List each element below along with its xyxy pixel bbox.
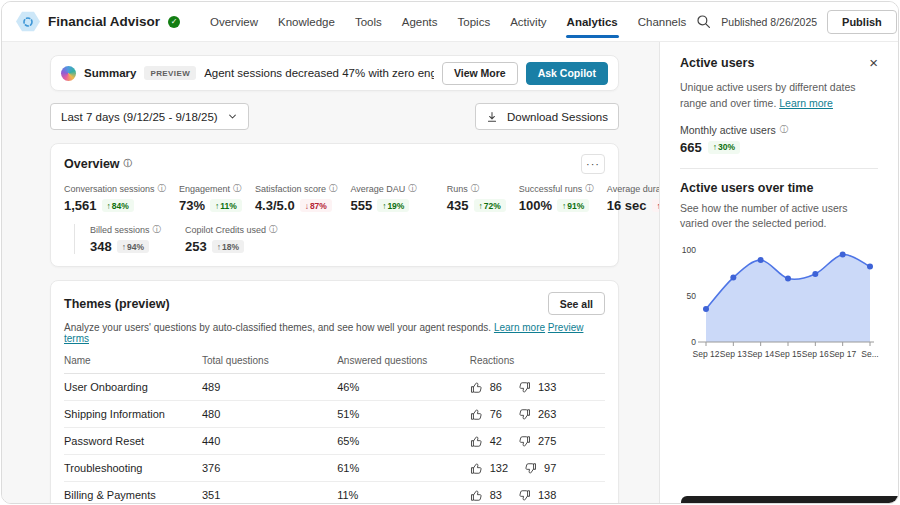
summary-banner: Summary PREVIEW Agent sessions decreased… bbox=[50, 55, 619, 91]
nav-tab-overview[interactable]: Overview bbox=[200, 2, 268, 42]
metric-engagement: Engagement ⓘ 73% ↑11% bbox=[179, 183, 242, 213]
metric-delta-badge: ↑11% bbox=[210, 199, 242, 212]
metric-delta-badge: ↑47% bbox=[652, 199, 659, 212]
theme-total-questions: 351 bbox=[202, 489, 337, 501]
panel-description: Unique active users by different dates r… bbox=[680, 80, 878, 112]
thumbs-down-icon bbox=[518, 381, 531, 394]
likes-count: 76 bbox=[490, 408, 502, 420]
thumbs-down-icon bbox=[518, 408, 531, 421]
themes-table-body: User Onboarding 489 46% 86 133 Shipping … bbox=[64, 374, 605, 503]
theme-reactions: 76 263 bbox=[470, 408, 605, 421]
metric-successful-runs: Successful runs ⓘ 100% ↑91% bbox=[519, 183, 594, 213]
likes-count: 132 bbox=[490, 462, 508, 474]
column-header-total-questions: Total questions bbox=[202, 355, 337, 366]
top-nav: OverviewKnowledgeToolsAgentsTopicsActivi… bbox=[200, 2, 696, 42]
metric-average-dau: Average DAU ⓘ 555 ↑19% bbox=[350, 183, 416, 213]
theme-reactions: 42 275 bbox=[470, 435, 605, 448]
metric-label: Engagement bbox=[179, 184, 230, 194]
theme-name: Billing & Payments bbox=[64, 489, 202, 501]
metric-average-duration: Average duration ⓘ 16 sec ↑47% bbox=[607, 183, 659, 213]
ask-copilot-button[interactable]: Ask Copilot bbox=[526, 62, 608, 85]
metric-label: Average DAU bbox=[350, 184, 405, 194]
svg-text:Sep 15: Sep 15 bbox=[775, 349, 802, 359]
svg-text:Sep 13: Sep 13 bbox=[720, 349, 747, 359]
download-sessions-button[interactable]: Download Sessions bbox=[475, 103, 619, 130]
nav-tab-knowledge[interactable]: Knowledge bbox=[268, 2, 345, 42]
svg-text:Sep 16: Sep 16 bbox=[802, 349, 829, 359]
themes-card: Themes (preview) See all Analyze your us… bbox=[50, 280, 619, 503]
search-icon[interactable] bbox=[696, 14, 711, 29]
info-icon[interactable]: ⓘ bbox=[329, 183, 338, 195]
topbar: Financial Advisor ✓ OverviewKnowledgeToo… bbox=[2, 2, 898, 42]
date-range-dropdown[interactable]: Last 7 days (9/12/25 - 9/18/25) bbox=[50, 103, 249, 130]
dislikes-count: 138 bbox=[538, 489, 556, 501]
thumbs-up-icon bbox=[470, 435, 483, 448]
filter-row: Last 7 days (9/12/25 - 9/18/25) Download… bbox=[50, 103, 619, 130]
info-icon[interactable]: ⓘ bbox=[780, 124, 789, 136]
dislikes-count: 263 bbox=[538, 408, 556, 420]
theme-reactions: 83 138 bbox=[470, 489, 605, 502]
metric-delta-badge: ↑19% bbox=[377, 199, 409, 212]
svg-text:50: 50 bbox=[687, 291, 697, 301]
view-more-button[interactable]: View More bbox=[442, 62, 518, 85]
thumbs-down-icon bbox=[524, 462, 537, 475]
panel-learn-more-link[interactable]: Learn more bbox=[779, 97, 833, 109]
chart-section-description: See how the number of active users varie… bbox=[680, 201, 878, 233]
info-icon[interactable]: ⓘ bbox=[158, 183, 167, 195]
svg-text:100: 100 bbox=[682, 245, 696, 255]
theme-answered-questions: 11% bbox=[337, 489, 470, 501]
chart-section-title: Active users over time bbox=[680, 181, 878, 195]
metric-delta-badge: ↑18% bbox=[212, 240, 244, 253]
metric-label: Billed sessions bbox=[90, 225, 150, 235]
metric-delta-badge: ↓87% bbox=[300, 199, 332, 212]
theme-answered-questions: 46% bbox=[337, 381, 470, 393]
theme-answered-questions: 61% bbox=[337, 462, 470, 474]
svg-text:Sep 17: Sep 17 bbox=[829, 349, 856, 359]
brand: Financial Advisor ✓ bbox=[16, 11, 180, 32]
metrics-row-1: Conversation sessions ⓘ 1,561 ↑84% Engag… bbox=[64, 183, 605, 213]
info-icon[interactable]: ⓘ bbox=[153, 224, 162, 236]
summary-title: Summary bbox=[84, 67, 136, 79]
overview-more-button[interactable]: ··· bbox=[581, 154, 605, 174]
metric-label: Satisfaction score bbox=[255, 184, 326, 194]
metric-delta-badge: ↑84% bbox=[102, 199, 134, 212]
nav-tab-channels[interactable]: Channels bbox=[628, 2, 697, 42]
metric-conversation-sessions: Conversation sessions ⓘ 1,561 ↑84% bbox=[64, 183, 166, 213]
theme-row: Password Reset 440 65% 42 275 bbox=[64, 428, 605, 455]
info-icon[interactable]: ⓘ bbox=[269, 224, 278, 236]
metrics-row-2: Billed sessions ⓘ 348 ↑94% Copilot Credi… bbox=[74, 224, 605, 254]
theme-row: Troubleshooting 376 61% 132 97 bbox=[64, 455, 605, 482]
verified-badge-icon: ✓ bbox=[168, 16, 180, 28]
summary-text: Agent sessions decreased 47% with zero e… bbox=[204, 67, 434, 79]
metric-delta-badge: ↑94% bbox=[117, 240, 149, 253]
info-icon[interactable]: ⓘ bbox=[233, 183, 242, 195]
likes-count: 42 bbox=[490, 435, 502, 447]
theme-name: Password Reset bbox=[64, 435, 202, 447]
nav-tab-tools[interactable]: Tools bbox=[345, 2, 392, 42]
close-icon[interactable]: × bbox=[869, 55, 878, 70]
nav-tab-analytics[interactable]: Analytics bbox=[557, 2, 628, 42]
cut-off-overlay-element bbox=[681, 496, 898, 503]
topbar-actions: Published 8/26/2025 Publish Settings ···… bbox=[696, 9, 899, 35]
info-icon[interactable]: ⓘ bbox=[408, 183, 417, 195]
nav-tab-activity[interactable]: Activity bbox=[500, 2, 556, 42]
nav-tab-agents[interactable]: Agents bbox=[392, 2, 448, 42]
publish-button[interactable]: Publish bbox=[827, 10, 897, 34]
likes-count: 86 bbox=[490, 381, 502, 393]
themes-table-header: NameTotal questionsAnswered questionsRea… bbox=[64, 344, 605, 374]
agent-name: Financial Advisor bbox=[48, 14, 160, 29]
metric-delta-badge: ↑91% bbox=[557, 199, 589, 212]
thumbs-up-icon bbox=[470, 489, 483, 502]
see-all-button[interactable]: See all bbox=[548, 292, 605, 315]
learn-more-link[interactable]: Learn more bbox=[494, 322, 545, 333]
info-icon[interactable]: ⓘ bbox=[124, 158, 133, 170]
theme-row: Shipping Information 480 51% 76 263 bbox=[64, 401, 605, 428]
copilot-icon bbox=[61, 66, 76, 81]
agent-logo-glyph bbox=[21, 15, 35, 29]
main-area: Summary PREVIEW Agent sessions decreased… bbox=[2, 42, 659, 503]
svg-text:Sep 14: Sep 14 bbox=[747, 349, 774, 359]
info-icon[interactable]: ⓘ bbox=[471, 183, 480, 195]
dislikes-count: 275 bbox=[538, 435, 556, 447]
info-icon[interactable]: ⓘ bbox=[585, 183, 594, 195]
nav-tab-topics[interactable]: Topics bbox=[448, 2, 501, 42]
